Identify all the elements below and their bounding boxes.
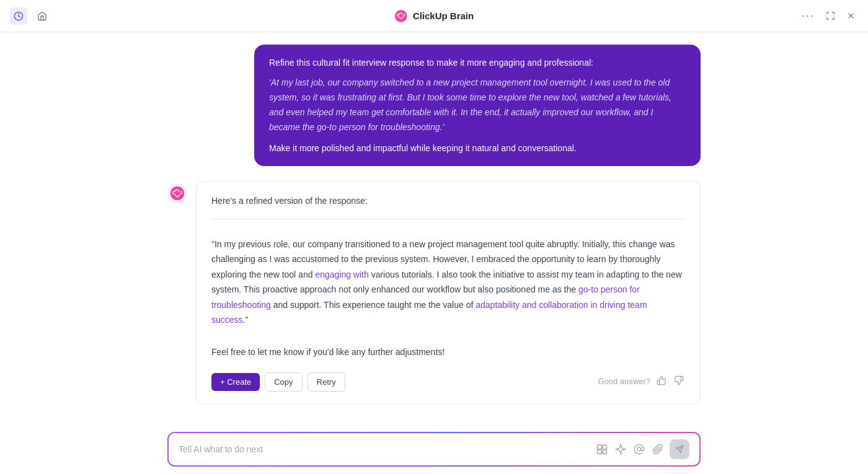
retry-button[interactable]: Retry <box>308 372 345 392</box>
sparkle-button[interactable] <box>614 442 627 456</box>
history-button[interactable] <box>10 7 27 25</box>
attach-button[interactable] <box>651 442 665 456</box>
user-quote: 'At my last job, our company switched to… <box>269 76 686 134</box>
svg-point-10 <box>637 447 641 451</box>
more-menu-button[interactable]: ··· <box>799 7 817 25</box>
create-button[interactable]: + Create <box>211 373 260 391</box>
good-answer-label: Good answer? <box>598 375 650 388</box>
chat-area: Refine this cultural fit interview respo… <box>0 32 868 424</box>
user-footer: Make it more polished and impactful whil… <box>269 141 686 155</box>
top-bar-center: ClickUp Brain <box>394 9 474 23</box>
action-row: + Create Copy Retry Good answer? <box>211 372 685 392</box>
svg-rect-8 <box>598 450 602 454</box>
svg-rect-9 <box>603 450 607 454</box>
input-icons <box>595 439 689 459</box>
ai-intro: Here's a refined version of the response… <box>211 194 685 209</box>
ai-footer: Feel free to let me know if you'd like a… <box>211 345 685 360</box>
expand-button[interactable] <box>823 9 838 23</box>
svg-point-1 <box>395 10 407 22</box>
brain-logo-icon <box>394 9 408 23</box>
highlighted-text-1: engaging with <box>315 270 368 279</box>
chat-input[interactable] <box>179 444 589 454</box>
svg-rect-6 <box>598 445 602 449</box>
ai-response-body: "In my previous role, our company transi… <box>211 232 685 333</box>
input-box <box>167 432 701 467</box>
good-answer-section: Good answer? <box>598 374 685 389</box>
send-button[interactable] <box>670 439 689 459</box>
ai-message: Here's a refined version of the response… <box>167 181 701 405</box>
brain-tool-button[interactable] <box>595 442 609 456</box>
ai-avatar <box>167 183 187 203</box>
user-message: Refine this cultural fit interview respo… <box>254 45 701 166</box>
home-button[interactable] <box>35 9 50 24</box>
top-bar-left <box>10 7 50 25</box>
svg-rect-7 <box>603 445 607 449</box>
ai-divider <box>211 219 685 219</box>
highlighted-text-3: adaptability and collaboration in drivin… <box>211 300 647 325</box>
input-area <box>0 424 868 474</box>
mention-button[interactable] <box>632 442 646 456</box>
top-bar: ClickUp Brain ··· <box>0 0 868 32</box>
thumbs-down-button[interactable] <box>673 374 685 389</box>
user-prompt: Refine this cultural fit interview respo… <box>269 56 686 69</box>
ai-response-text: "In my previous role, our company transi… <box>211 239 682 325</box>
ai-content-box: Here's a refined version of the response… <box>196 181 701 405</box>
top-bar-right: ··· <box>799 7 858 25</box>
thumbs-up-button[interactable] <box>655 374 668 389</box>
close-button[interactable] <box>844 9 858 23</box>
chat-inner: Refine this cultural fit interview respo… <box>167 45 701 405</box>
copy-button[interactable]: Copy <box>265 372 302 392</box>
app-title: ClickUp Brain <box>413 11 474 21</box>
